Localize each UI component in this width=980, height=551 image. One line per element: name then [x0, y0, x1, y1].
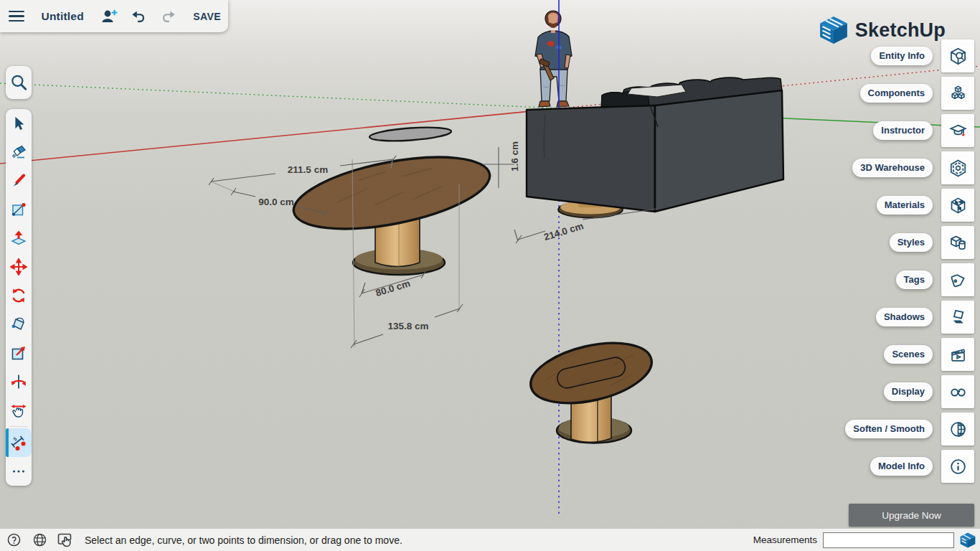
touch-gesture-icon	[57, 532, 74, 549]
scale-tool-button[interactable]	[6, 339, 32, 367]
red-axis-line	[0, 108, 560, 164]
search-tool-button[interactable]	[6, 66, 32, 99]
scale-icon	[10, 344, 27, 362]
app-window: 211.5 cm 90.0 cm 80.0 cm 135.8 cm 1.6 cm…	[0, 0, 980, 551]
panel-label: 3D Warehouse	[852, 159, 933, 177]
orbit-tool-button[interactable]	[6, 367, 32, 396]
push-pull-icon	[10, 230, 27, 247]
dimension-label-base-width: 135.8 cm	[387, 321, 428, 331]
materials-icon	[948, 196, 968, 215]
paint-bucket-icon	[10, 316, 27, 333]
question-icon	[6, 532, 22, 547]
sofa-left-face	[527, 105, 655, 212]
help-button[interactable]	[4, 531, 23, 550]
person-figure[interactable]	[535, 11, 572, 107]
hamburger-menu-icon[interactable]	[9, 11, 24, 22]
measurements-input[interactable]	[823, 532, 954, 548]
dimensions-icon: 5	[10, 434, 27, 451]
eraser-tool-button[interactable]	[6, 138, 32, 166]
panel-label: Styles	[890, 233, 933, 252]
model-info-button[interactable]	[941, 450, 974, 483]
tool-divider	[9, 426, 28, 427]
panel-label: Materials	[877, 196, 933, 215]
tags-button[interactable]	[941, 263, 974, 296]
measurements-label: Measurements	[753, 534, 817, 545]
person-add-icon	[100, 8, 118, 25]
panel-label: Entity Info	[871, 47, 933, 65]
more-tools-button[interactable]	[6, 457, 32, 486]
materials-button[interactable]	[941, 189, 974, 222]
dimension-label-base-depth: 80.0 cm	[374, 278, 412, 298]
panel-row-display: Display	[884, 375, 974, 408]
tags-icon	[948, 270, 968, 290]
shadows-button[interactable]	[941, 301, 974, 334]
document-title: Untitled	[42, 10, 84, 23]
pan-hand-icon	[10, 402, 27, 419]
panel-row-3d-warehouse: 3D Warehouse	[852, 151, 974, 184]
display-button[interactable]	[941, 375, 974, 408]
ellipsis-icon	[11, 463, 27, 479]
add-collaborator-button[interactable]	[100, 7, 118, 26]
soften-smooth-button[interactable]	[941, 413, 974, 446]
styles-icon	[948, 233, 968, 253]
panel-row-materials: Materials	[877, 189, 974, 222]
pan-tool-button[interactable]	[6, 396, 32, 425]
status-bar: Select an edge, curve, or two points to …	[0, 528, 980, 551]
eraser-icon	[10, 143, 27, 161]
search-icon	[9, 73, 28, 92]
dimensions-tool-button[interactable]: 5	[6, 428, 32, 457]
coffee-table[interactable]	[525, 333, 658, 443]
globe-icon	[32, 532, 47, 547]
paint-bucket-tool-button[interactable]	[6, 310, 32, 339]
shadows-icon	[948, 308, 968, 327]
rotate-tool-button[interactable]	[6, 281, 32, 310]
panel-row-model-info: Model Info	[870, 450, 974, 483]
dimension-label-sofa-length: 214.0 cm	[542, 220, 585, 242]
panel-label: Model Info	[870, 457, 933, 476]
move-icon	[10, 258, 27, 276]
panel-row-tags: Tags	[896, 263, 974, 296]
svg-text:5: 5	[13, 436, 18, 442]
soften-smooth-icon	[948, 420, 968, 439]
styles-button[interactable]	[941, 226, 974, 259]
scenes-icon	[948, 345, 968, 364]
components-button[interactable]	[941, 77, 974, 110]
shapes-tool-button[interactable]	[6, 195, 32, 224]
gestures-button[interactable]	[56, 531, 75, 550]
panel-label: Scenes	[884, 345, 933, 364]
components-icon	[948, 84, 968, 103]
rectangle-shape-icon	[10, 201, 27, 218]
select-tool-button[interactable]	[6, 109, 32, 138]
sketchup-logo-icon	[819, 16, 848, 44]
3d-warehouse-button[interactable]	[941, 151, 974, 184]
upgrade-now-button[interactable]: Upgrade Now	[849, 504, 974, 527]
line-tool-button[interactable]	[6, 166, 32, 195]
push-pull-tool-button[interactable]	[6, 224, 32, 253]
dimension-label-table-length: 211.5 cm	[288, 164, 328, 175]
move-tool-button[interactable]	[6, 253, 32, 281]
sketchup-badge-icon	[960, 532, 976, 548]
wall-mirror[interactable]	[369, 126, 452, 143]
redo-button[interactable]	[159, 7, 177, 26]
instructor-button[interactable]	[941, 114, 974, 147]
language-button[interactable]	[30, 531, 49, 550]
dimension-label-table-width: 90.0 cm	[258, 197, 294, 207]
entity-info-button[interactable]	[941, 39, 974, 72]
panel-label: Soften / Smooth	[845, 420, 933, 438]
model-info-icon	[948, 457, 968, 476]
panel-row-components: Components	[860, 77, 974, 110]
drawing-canvas[interactable]: 211.5 cm 90.0 cm 80.0 cm 135.8 cm 1.6 cm…	[0, 0, 980, 551]
orbit-icon	[10, 373, 27, 390]
undo-button[interactable]	[129, 7, 147, 26]
tool-palette: 5	[6, 109, 32, 486]
instructor-icon	[948, 121, 968, 141]
undo-icon	[131, 9, 146, 24]
panel-label: Components	[860, 84, 933, 103]
panel-label: Tags	[896, 270, 933, 289]
save-button[interactable]: SAVE	[193, 11, 221, 22]
display-icon	[948, 382, 968, 402]
3d-warehouse-icon	[948, 159, 968, 178]
panel-row-scenes: Scenes	[884, 338, 974, 371]
panel-label: Display	[884, 382, 933, 401]
scenes-button[interactable]	[941, 338, 974, 371]
